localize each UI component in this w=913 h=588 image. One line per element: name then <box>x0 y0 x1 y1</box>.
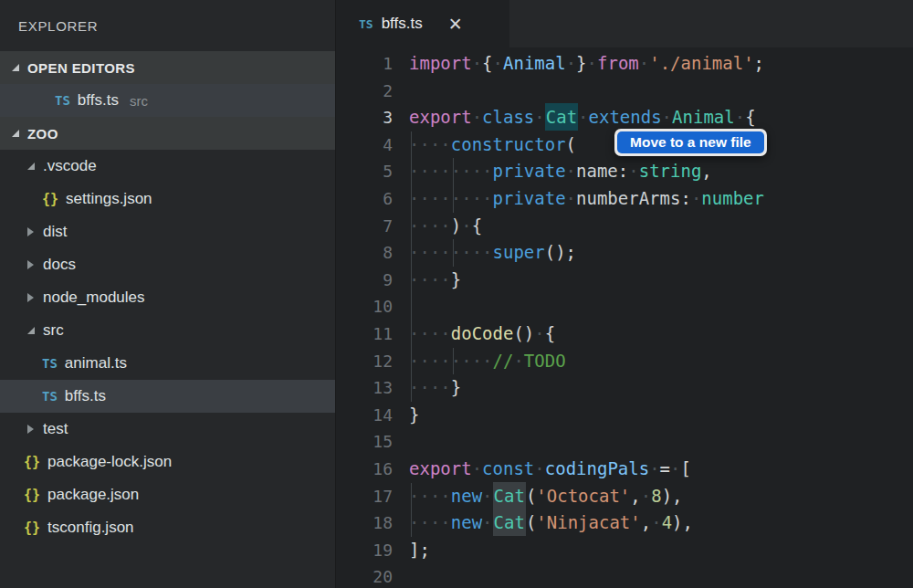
indent-guide <box>453 348 454 375</box>
tree-file-animal.ts[interactable]: TSanimal.ts <box>0 347 335 380</box>
section-header-open-editors[interactable]: OPEN EDITORS <box>0 51 335 84</box>
line-text: export·class·Cat·extends·Animal·{ <box>409 104 756 131</box>
editor-group: TS bffs.ts ✕ 1import·{·Animal·}·from·'./… <box>337 0 913 588</box>
close-icon[interactable]: ✕ <box>448 14 463 34</box>
item-label: animal.ts <box>65 354 127 373</box>
code-line-15[interactable]: 15 <box>337 428 913 456</box>
ts-file-icon: TS <box>55 93 70 108</box>
twisty-expanded-icon <box>27 327 35 334</box>
tree-file-settings.json[interactable]: {}settings.json <box>0 183 335 215</box>
line-number: 19 <box>337 537 393 564</box>
tree-file-package.json[interactable]: {}package.json <box>0 478 335 511</box>
tab-filename: bffs.ts <box>382 15 423 33</box>
line-text: ····constructor( <box>409 131 576 159</box>
tree-folder-dist[interactable]: dist <box>0 215 335 248</box>
code-line-11[interactable]: 11····doCode()·{ <box>337 320 913 348</box>
item-label: package.json <box>47 486 139 504</box>
indent-guide <box>411 348 412 375</box>
line-number: 8 <box>337 239 393 267</box>
twisty-collapsed-icon <box>27 260 34 269</box>
item-label: package-lock.json <box>47 453 172 471</box>
line-number: 16 <box>337 456 393 483</box>
line-number: 6 <box>337 185 393 213</box>
tree-folder-test[interactable]: test <box>0 413 335 446</box>
line-number: 5 <box>337 158 393 185</box>
item-label: bffs.ts <box>65 387 106 405</box>
line-text: ········//·TODO <box>409 348 566 375</box>
line-number: 4 <box>337 131 393 159</box>
json-file-icon: {} <box>42 191 58 207</box>
code-line-9[interactable]: 9····} <box>337 267 913 294</box>
line-text: ]; <box>409 537 430 564</box>
line-number: 2 <box>337 78 393 105</box>
item-label: .vscode <box>43 157 97 175</box>
line-number: 11 <box>337 320 393 348</box>
item-label: test <box>43 420 68 438</box>
line-number: 15 <box>337 428 393 456</box>
line-text: ········super(); <box>409 239 576 267</box>
code-line-16[interactable]: 16export·const·codingPals·=·[ <box>337 456 913 483</box>
open-editor-item-bffs.ts[interactable]: TSbffs.tssrc <box>0 84 335 117</box>
tree-file-tsconfig.json[interactable]: {}tsconfig.json <box>0 511 335 544</box>
tree-file-package-lock.json[interactable]: {}package-lock.json <box>0 446 335 478</box>
indent-guide <box>453 185 454 213</box>
indent-guide <box>411 267 412 294</box>
indent-guide <box>411 239 412 267</box>
code-line-12[interactable]: 12········//·TODO <box>337 348 913 375</box>
code-line-17[interactable]: 17····new·Cat('Octocat',·8), <box>337 483 913 510</box>
code-action-widget: Move to a new file <box>614 129 767 156</box>
indent-guide <box>453 158 454 185</box>
section-header-zoo[interactable]: ZOO <box>0 117 335 150</box>
line-text: export·const·codingPals·=·[ <box>409 456 691 483</box>
indent-guide <box>411 483 412 510</box>
tree-folder-src[interactable]: src <box>0 314 335 347</box>
indent-guide <box>411 131 412 159</box>
tree-folder-docs[interactable]: docs <box>0 248 335 281</box>
json-file-icon: {} <box>24 520 40 536</box>
code-line-10[interactable]: 10 <box>337 293 913 320</box>
line-number: 14 <box>337 402 393 429</box>
line-number: 17 <box>337 483 393 510</box>
code-line-2[interactable]: 2 <box>337 78 913 105</box>
code-line-8[interactable]: 8········super(); <box>337 239 913 267</box>
twisty-expanded-icon <box>27 163 35 170</box>
code-line-7[interactable]: 7····)·{ <box>337 213 913 240</box>
code-line-3[interactable]: 3export·class·Cat·extends·Animal·{ <box>337 104 913 131</box>
line-text: ········private·numberArms:·number <box>409 185 764 213</box>
line-text: ········private·name:·string, <box>409 158 712 185</box>
code-action-move-to-new-file[interactable]: Move to a new file <box>617 131 764 153</box>
code-line-14[interactable]: 14} <box>337 402 913 429</box>
line-text: ····new·Cat('Ninjacat',·4), <box>409 509 693 537</box>
tree-folder-.vscode[interactable]: .vscode <box>0 150 335 183</box>
line-text: ····doCode()·{ <box>409 320 555 348</box>
line-number: 3 <box>337 104 393 131</box>
file-name: bffs.ts <box>78 91 119 110</box>
code-line-18[interactable]: 18····new·Cat('Ninjacat',·4), <box>337 509 913 537</box>
line-text: ····} <box>409 267 461 294</box>
line-number: 13 <box>337 374 393 402</box>
code-line-6[interactable]: 6········private·numberArms:·number <box>337 185 913 213</box>
line-text: ····new·Cat('Octocat',·8), <box>409 483 683 510</box>
zoo-label: ZOO <box>27 126 58 142</box>
indent-guide <box>411 293 412 320</box>
tree-folder-node_modules[interactable]: node_modules <box>0 281 335 314</box>
item-label: settings.json <box>66 190 152 208</box>
tree-file-bffs.ts[interactable]: TSbffs.ts <box>0 380 335 413</box>
twisty-expanded-icon <box>12 130 19 137</box>
twisty-collapsed-icon <box>27 425 34 434</box>
twisty-collapsed-icon <box>27 227 34 236</box>
line-number: 18 <box>337 509 393 537</box>
code-line-19[interactable]: 19]; <box>337 537 913 564</box>
open-editors-list: TSbffs.tssrc <box>0 84 335 117</box>
code-line-20[interactable]: 20 <box>337 563 913 588</box>
code-line-13[interactable]: 13····} <box>337 374 913 402</box>
tab-bffs-ts[interactable]: TS bffs.ts ✕ <box>337 0 509 47</box>
folder-badge: src <box>130 93 148 109</box>
file-tree: .vscode{}settings.jsondistdocsnode_modul… <box>0 150 335 544</box>
line-text: import·{·Animal·}·from·'./animal'; <box>409 50 764 78</box>
line-text: } <box>409 402 419 429</box>
code-line-5[interactable]: 5········private·name:·string, <box>337 158 913 185</box>
indent-guide <box>411 185 412 213</box>
line-number: 20 <box>337 563 393 588</box>
code-line-1[interactable]: 1import·{·Animal·}·from·'./animal'; <box>337 50 913 78</box>
